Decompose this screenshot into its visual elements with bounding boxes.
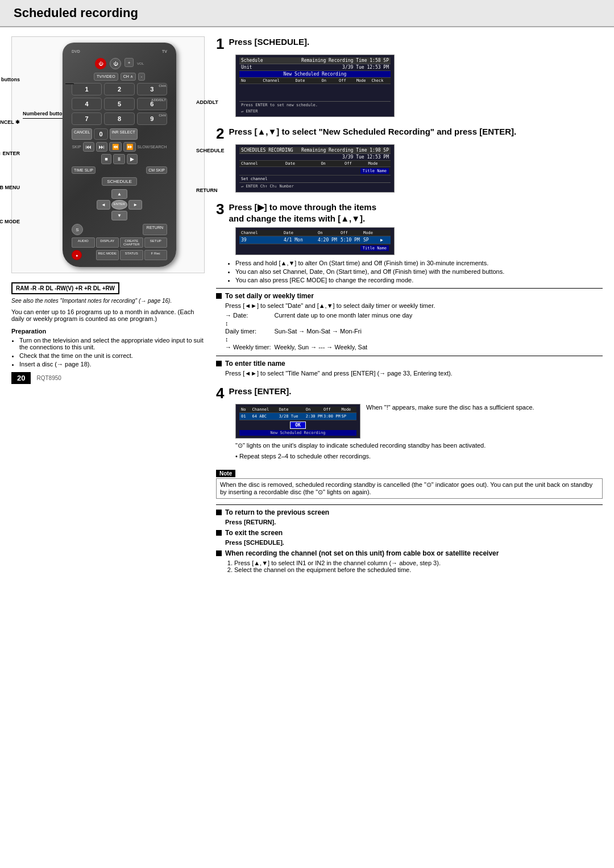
repeat-note: • Repeat steps 2–4 to schedule other rec… — [235, 453, 603, 460]
vol-down-button[interactable]: - — [138, 73, 145, 81]
schedule-annotation: SCHEDULE — [196, 148, 247, 153]
num-8-button[interactable]: 8 — [104, 112, 134, 125]
step3-row-date: 4/1 Mon — [284, 237, 318, 243]
num-4-button[interactable]: 4 — [72, 98, 102, 110]
black-square-icon — [216, 293, 222, 299]
prep-item-3: Insert a disc (→ page 18). — [19, 361, 205, 368]
preparation-list: Turn on the television and select the ap… — [19, 337, 205, 368]
step-2: 2 Press [▲,▼] to select "New Scheduled R… — [216, 126, 603, 193]
dpad-down-button[interactable]: ▼ — [111, 211, 127, 220]
slow-back-button[interactable]: ⏪ — [109, 142, 122, 152]
page-number: 20 — [11, 372, 31, 384]
divider-2 — [216, 356, 603, 356]
pause-button[interactable]: ⏸ — [113, 154, 125, 164]
step4-new-recording: New Scheduled Recording — [239, 430, 356, 436]
display-button[interactable]: DISPLAY — [96, 237, 119, 248]
black-square-icon-4 — [216, 530, 222, 536]
play-button[interactable]: ▶ — [127, 154, 138, 164]
page-header: Scheduled recording — [0, 0, 614, 27]
tv-power-button[interactable]: ⏻ — [110, 58, 121, 69]
cancel-button[interactable]: CANCEL — [72, 128, 92, 140]
enter-center-button[interactable]: ENTER — [111, 200, 127, 210]
f-rec-button[interactable]: F Rec — [144, 250, 168, 260]
step1-screen-schedule: Schedule — [241, 58, 263, 63]
numbered-buttons-label: Numbered buttons — [23, 111, 68, 116]
step1-new-recording: New Scheduled Recording — [239, 71, 391, 78]
num-9-button[interactable]: 9 CH∨ — [137, 112, 167, 125]
step-2-header: 2 Press [▲,▼] to select "New Scheduled R… — [216, 126, 603, 141]
num-6-button[interactable]: 6 ADD/DLT — [137, 98, 167, 110]
audio-button[interactable]: AUDIO — [72, 237, 95, 248]
step4-row-channel: 64 ABC — [252, 414, 279, 419]
divider-1 — [216, 288, 603, 289]
step4-row-no: 01 — [241, 414, 252, 419]
step3-row-on: 4:20 PM — [318, 237, 341, 243]
dpad-up-button[interactable]: ▲ — [111, 189, 127, 199]
num-2-button[interactable]: 2 — [104, 83, 134, 95]
num-5-button[interactable]: 5 — [104, 98, 134, 110]
daily-timer-body: Press [◄►] to select "Date" and [▲,▼] to… — [225, 302, 603, 309]
tv-video-button[interactable]: TV/VIDEO — [94, 73, 118, 81]
left-column: Numbered buttons DVD TV ⏻ — [11, 36, 205, 577]
exit-section: To exit the screen Press [SCHEDULE]. — [216, 529, 603, 546]
time-slip-button[interactable]: TIME SLIP — [72, 166, 96, 174]
sub-menu-button[interactable]: S — [72, 224, 83, 235]
status-button[interactable]: STATUS — [120, 250, 143, 260]
rec-mode-button[interactable]: REC MODE — [96, 250, 119, 260]
sub-menu-annotation: SUB MENU — [0, 185, 20, 190]
vol-up-button[interactable]: + — [125, 58, 134, 67]
create-chapter-button[interactable]: CREATE CHAPTER — [120, 237, 143, 248]
setup-button[interactable]: SETUP — [144, 237, 168, 248]
dpad-left-button[interactable]: ◄ — [97, 200, 110, 210]
exit-title: To exit the screen — [216, 529, 603, 537]
step3-col-mode: Mode — [363, 231, 380, 235]
standby-note: "⊙" lights on the unit's display to indi… — [235, 442, 603, 449]
return-button[interactable]: RETURN — [143, 224, 167, 235]
title-name-body: Press [◄►] to select "Title Name" and pr… — [225, 370, 603, 377]
step-3-screen: Channel Date On Off Mode 39 4/1 Mon 4:20… — [235, 227, 395, 255]
step-3-number: 3 — [216, 202, 224, 216]
dpad-right-button[interactable]: ► — [128, 200, 142, 210]
stop-button[interactable]: ■ — [101, 154, 111, 164]
num-7-button[interactable]: 7 — [72, 112, 102, 125]
step-3-bullets: Press and hold [▲,▼] to alter On (Start … — [235, 260, 603, 283]
cable-box-item-2: Select the channel on the equipment befo… — [234, 566, 603, 573]
step1-col-check: Check — [371, 78, 389, 83]
slow-fwd-button[interactable]: ⏩ — [123, 142, 136, 152]
page-title: Scheduled recording — [14, 6, 600, 20]
inr-select-button[interactable]: INR SELECT — [110, 128, 138, 140]
num-0-button[interactable]: 0 — [94, 128, 107, 140]
schedule-button[interactable]: SCHEDULE — [102, 177, 137, 186]
skip-back-button[interactable]: ⏮ — [83, 142, 94, 152]
rec-button[interactable]: ● — [72, 250, 82, 260]
right-column: 1 Press [SCHEDULE]. Schedule Remaining R… — [216, 36, 603, 577]
cm-skip-button[interactable]: CM SKIP — [146, 166, 167, 174]
ch-up-button[interactable]: CH ∧ — [121, 73, 136, 81]
step1-col-channel: Channel — [263, 78, 295, 83]
num-3-button[interactable]: 3 CH∧ — [137, 83, 167, 95]
title-name-title: To enter title name — [216, 360, 603, 368]
timer-daily-label: Daily timer: — [225, 327, 274, 335]
dvd-power-button[interactable]: ⏻ — [95, 58, 106, 69]
skip-fwd-button[interactable]: ⏭ — [96, 142, 107, 152]
step4-col-on: On — [306, 407, 323, 412]
return-section: To return to the previous screen Press [… — [216, 508, 603, 525]
step-4-header: 4 Press [ENTER]. — [216, 386, 603, 400]
step-4-title: Press [ENTER]. — [229, 386, 291, 397]
page-wrapper: Scheduled recording Numbered buttons DVD — [0, 0, 614, 586]
step-4-when-note: When "!" appears, make sure the disc has… — [366, 404, 603, 411]
step4-ok-button[interactable]: OK — [290, 422, 306, 429]
step4-row-on: 2:30 PM — [306, 414, 323, 419]
num-1-button[interactable]: 1 — [72, 83, 102, 95]
note-section: Note When the disc is removed, scheduled… — [216, 469, 603, 499]
step3-row-mode: SP — [363, 237, 380, 243]
step4-row-date: 3/28 Tue — [279, 414, 306, 419]
step2-col-on: On — [321, 161, 345, 166]
step-4: 4 Press [ENTER]. No Channel Date On Off … — [216, 386, 603, 460]
step1-remaining: Remaining Recording Time 1:58 SP — [301, 58, 389, 63]
step-3-header: 3 Press [▶] to move through the items an… — [216, 202, 603, 224]
timer-table: → Date: Current date up to one month lat… — [225, 311, 416, 351]
step4-col-off: Off — [323, 407, 341, 412]
content-area: Numbered buttons DVD TV ⏻ — [0, 27, 614, 586]
numbered-buttons-annotation: Numbered buttons — [0, 77, 20, 82]
